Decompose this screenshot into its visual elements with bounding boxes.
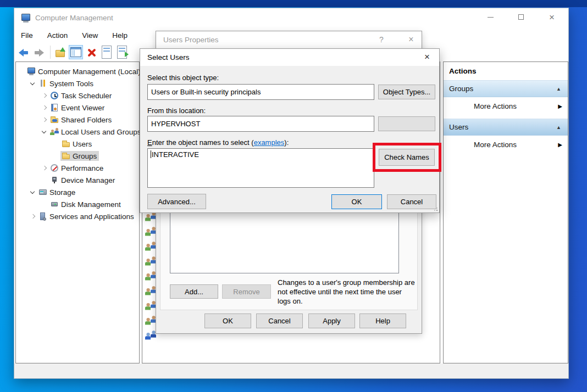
tree-item-performance[interactable]: Performance (16, 162, 139, 174)
tree-item-storage[interactable]: Storage (16, 186, 139, 198)
tree-item-label: Storage (49, 188, 75, 197)
object-names-value: INTERACTIVE (152, 150, 199, 159)
services-icon (38, 212, 47, 221)
location-label: From this location: (147, 107, 206, 115)
shared-folders-icon (50, 115, 59, 124)
tree-item-label: Groups (73, 152, 97, 160)
apply-button[interactable]: Apply (308, 313, 355, 328)
storage-icon (38, 188, 47, 197)
tree-item-groups[interactable]: Groups (16, 150, 139, 162)
locations-button[interactable] (378, 116, 435, 131)
toolbar-export-list-button[interactable] (115, 45, 129, 59)
tree-item-content: Task Scheduler (49, 91, 114, 100)
chevron-collapsed-icon[interactable] (40, 114, 49, 126)
dialog-close-button[interactable]: × (401, 31, 421, 48)
remove-button[interactable]: Remove (222, 284, 271, 299)
chevron-collapsed-icon[interactable] (29, 210, 37, 222)
collapse-arrow-icon[interactable]: ▲ (556, 86, 561, 92)
add-button[interactable]: Add... (170, 284, 218, 299)
tree-item-disk-management[interactable]: Disk Management (16, 198, 139, 210)
menu-action[interactable]: Action (47, 31, 68, 40)
chevron-expanded-icon[interactable] (29, 77, 37, 89)
tree-item-local-users-and-groups[interactable]: Local Users and Groups (16, 126, 139, 138)
advanced-button[interactable]: Advanced... (147, 194, 206, 209)
actions-section-header-groups[interactable]: Groups▲ (444, 80, 568, 97)
device-manager-icon (50, 176, 59, 184)
help-button[interactable]: Help (359, 313, 406, 328)
chevron-none (17, 65, 26, 77)
event-viewer-icon (50, 103, 59, 112)
collapse-arrow-icon[interactable]: ▲ (556, 125, 561, 130)
close-button[interactable]: × (541, 9, 563, 25)
chevron-none (52, 150, 60, 162)
tree: Computer Management (Local)System ToolsT… (16, 62, 139, 222)
tree-item-computer-management-local[interactable]: Computer Management (Local) (16, 65, 139, 77)
toolbar-properties-button[interactable] (99, 45, 114, 59)
check-names-highlight-box (373, 143, 441, 172)
close-icon: × (549, 13, 555, 22)
object-type-value: Users or Built-in security principals (151, 88, 261, 96)
users-properties-titlebar[interactable]: Users Properties ? × (156, 31, 422, 48)
tree-item-label: Shared Folders (61, 116, 112, 124)
location-field[interactable]: HYPERVHOST (147, 116, 374, 132)
chevron-expanded-icon[interactable] (29, 186, 37, 198)
object-type-field[interactable]: Users or Built-in security principals (147, 84, 374, 100)
chevron-collapsed-icon[interactable] (40, 89, 49, 102)
chevron-collapsed-icon[interactable] (40, 162, 49, 174)
ok-button[interactable]: OK (331, 194, 382, 209)
tree-item-content: Disk Management (49, 199, 123, 209)
chevron-collapsed-icon[interactable] (40, 102, 49, 114)
scheduler-icon (50, 91, 59, 100)
window-titlebar[interactable]: Computer Management × (14, 8, 568, 28)
more-actions-groups[interactable]: More Actions▶ (444, 97, 568, 115)
tree-item-shared-folders[interactable]: Shared Folders (16, 114, 139, 126)
tree-selection: Groups (60, 151, 99, 161)
select-users-titlebar[interactable]: Select Users × (140, 49, 439, 66)
more-actions-users[interactable]: More Actions▶ (444, 136, 568, 154)
minimize-button[interactable] (479, 9, 501, 25)
more-actions-label: More Actions (474, 141, 517, 149)
tree-item-task-scheduler[interactable]: Task Scheduler (16, 89, 139, 102)
actions-section-header-users[interactable]: Users▲ (444, 119, 568, 136)
tree-item-event-viewer[interactable]: Event Viewer (16, 102, 139, 114)
console-tree-panel: Computer Management (Local)System ToolsT… (15, 61, 140, 363)
tree-item-content: Local Users and Groups (49, 127, 143, 137)
toolbar-delete-button[interactable] (84, 45, 98, 59)
cancel-button[interactable]: Cancel (387, 194, 436, 209)
minimize-icon (488, 17, 494, 18)
tree-item-services-and-applications[interactable]: Services and Applications (16, 210, 139, 222)
tree-item-system-tools[interactable]: System Tools (16, 77, 139, 89)
toolbar-back-button[interactable] (16, 45, 31, 59)
dialog-close-button[interactable]: × (417, 49, 437, 65)
toolbar-up-level-button[interactable] (53, 45, 68, 59)
tree-item-users[interactable]: Users (16, 138, 139, 150)
object-names-label-prefix: nter the object names to select ( (152, 138, 254, 147)
examples-link[interactable]: examples (254, 138, 285, 147)
object-names-label-suffix: ): (284, 138, 289, 147)
tree-item-content: Event Viewer (49, 103, 107, 113)
console-tree-icon (70, 47, 81, 57)
group-icon (145, 315, 156, 326)
maximize-button[interactable] (510, 9, 532, 25)
resize-grip-icon[interactable] (434, 208, 438, 211)
toolbar-separator (50, 46, 51, 59)
toolbar-forward-button[interactable] (32, 45, 46, 59)
menu-file[interactable]: File (21, 31, 33, 40)
chevron-expanded-icon[interactable] (40, 126, 49, 138)
tree-item-label: Users (73, 140, 92, 148)
object-types-button[interactable]: Object Types... (378, 85, 435, 99)
ok-button[interactable]: OK (204, 313, 251, 328)
desktop-top-strip (0, 0, 587, 7)
group-icon (145, 211, 156, 222)
menu-help[interactable]: Help (112, 31, 128, 40)
tree-item-device-manager[interactable]: Device Manager (16, 174, 139, 186)
menu-view[interactable]: View (82, 31, 98, 40)
dialog-help-button[interactable]: ? (372, 31, 391, 48)
more-actions-label: More Actions (474, 102, 517, 110)
group-icon (145, 271, 156, 282)
chevron-none (40, 174, 49, 186)
submenu-arrow-icon: ▶ (558, 103, 562, 109)
cancel-button[interactable]: Cancel (256, 313, 303, 328)
object-names-input[interactable]: INTERACTIVE (147, 148, 374, 188)
toolbar-console-tree-button[interactable] (69, 45, 83, 59)
